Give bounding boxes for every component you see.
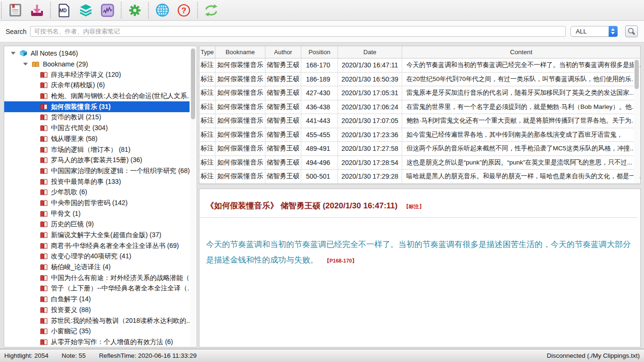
table-row[interactable]: 标注 如何假装懂音乐 储智勇王硕 168-170 2020/1/30 16:47… bbox=[199, 58, 640, 73]
table-row[interactable]: 标注 如何假装懂音乐 储智勇王硕 489-491 2020/1/30 17:27… bbox=[199, 142, 640, 156]
sidebar-item-bookname-group[interactable]: Bookname (29) bbox=[4, 59, 190, 70]
sidebar-book-item[interactable]: 改变心理学的40项研究 (41) bbox=[4, 251, 190, 262]
sidebar-scrollbar-thumb[interactable] bbox=[191, 49, 195, 119]
notes-document-button[interactable] bbox=[7, 2, 23, 18]
settings-button[interactable] bbox=[127, 2, 143, 18]
sidebar-book-item[interactable]: 如何假装懂音乐 (31) bbox=[4, 101, 190, 112]
sidebar-book-item[interactable]: 管子（上下册）--中华经典名著全本全注全译（... bbox=[4, 283, 190, 294]
sidebar-book-item[interactable]: 中国国家治理的制度逻辑：一个组织学研究 (68) bbox=[4, 166, 190, 177]
sidebar-book-item[interactable]: 投资中最简单的事 (133) bbox=[4, 176, 190, 187]
website-button[interactable] bbox=[154, 2, 170, 18]
status-bar: Hightlight: 2054 Note: 55 RefleshTime: 2… bbox=[0, 349, 644, 362]
column-header-type[interactable]: Type bbox=[199, 46, 215, 58]
book-list: 薛兆丰经济学讲义 (120) 庆余年(精校版) (6) bbox=[4, 69, 190, 347]
markdown-export-button[interactable]: MD bbox=[56, 2, 72, 18]
book-title: 从零开始学写作：个人增值的有效方法 (6) bbox=[51, 338, 173, 346]
sidebar-book-item[interactable]: 少年凯歌 (6) bbox=[4, 187, 190, 198]
book-icon bbox=[40, 82, 48, 89]
sync-refresh-icon bbox=[204, 4, 218, 17]
book-title: 投资中最简单的事 (133) bbox=[51, 178, 121, 186]
sidebar-scrollbar[interactable] bbox=[190, 47, 196, 346]
book-icon bbox=[40, 136, 48, 142]
disclosure-triangle-icon[interactable] bbox=[23, 63, 28, 66]
statistics-icon bbox=[101, 4, 114, 17]
table-row[interactable]: 标注 如何假装懂音乐 储智勇王硕 455-455 2020/1/30 17:23… bbox=[199, 128, 640, 142]
help-button[interactable]: ? bbox=[176, 2, 192, 18]
sidebar-book-item[interactable]: 小窗幽记 (35) bbox=[4, 326, 190, 337]
book-title: 货币的教训 (215) bbox=[51, 113, 101, 122]
sidebar-book-item[interactable]: 中国为什么有前途：对外经济关系的战略潜能（... bbox=[4, 272, 190, 283]
sidebar-book-item[interactable]: 枪炮、病菌与钢铁:人类社会的命运(世纪人文系... bbox=[4, 91, 190, 102]
note-detail-body-text: 今天的节奏蓝调和当初的节奏蓝调已经完全不一样了。当初的节奏蓝调有很多是描述困苦生… bbox=[206, 240, 631, 264]
sidebar-book-item[interactable]: 白鱼解字 (14) bbox=[4, 294, 190, 305]
globe-icon bbox=[156, 3, 169, 17]
cell-position: 168-170 bbox=[301, 58, 338, 72]
sidebar-book-item[interactable]: 中央帝国的哲学密码 (142) bbox=[4, 198, 190, 209]
table-row[interactable]: 标注 如何假装懂音乐 储智勇王硕 186-189 2020/1/30 16:50… bbox=[199, 73, 640, 87]
sidebar-book-item[interactable]: 庆余年(精校版) (6) bbox=[4, 80, 190, 91]
sidebar-book-item[interactable]: 薛兆丰经济学讲义 (120) bbox=[4, 69, 190, 80]
table-row[interactable]: 标注 如何假装懂音乐 储智勇王硕 427-430 2020/1/30 17:05… bbox=[199, 86, 640, 100]
column-header-date[interactable]: Date bbox=[338, 46, 402, 58]
cell-date: 2020/1/30 17:28:54 bbox=[338, 156, 402, 170]
sidebar-book-item[interactable]: 中国古代简史 (304) bbox=[4, 123, 190, 134]
refresh-button[interactable] bbox=[203, 2, 219, 18]
book-icon bbox=[40, 200, 48, 206]
book-icon bbox=[40, 232, 48, 239]
search-input[interactable] bbox=[30, 26, 566, 37]
import-download-button[interactable] bbox=[29, 2, 45, 18]
cell-position: 489-491 bbox=[301, 142, 338, 156]
table-scrollbar[interactable] bbox=[634, 59, 640, 183]
table-scrollbar-thumb[interactable] bbox=[635, 60, 639, 89]
cell-content: 今天的节奏蓝调和当初的节奏蓝调已经完全不一样了。当初的节奏蓝调有很多是描... bbox=[402, 58, 640, 72]
sidebar-book-item[interactable]: 投资要义 (88) bbox=[4, 305, 190, 316]
column-header-bookname[interactable]: Bookname bbox=[215, 46, 265, 58]
column-header-author[interactable]: Author bbox=[265, 46, 301, 58]
sidebar-book-item[interactable]: 商君书-中华经典名著全本全注全译丛书 (69) bbox=[4, 240, 190, 251]
cell-author: 储智勇王硕 bbox=[265, 114, 301, 128]
table-header: Type Bookname Author Position Date Conte… bbox=[199, 46, 640, 58]
sidebar-book-item[interactable]: 市场的逻辑（增订本） (81) bbox=[4, 144, 190, 155]
column-header-position[interactable]: Position bbox=[301, 46, 338, 58]
search-submit-button[interactable] bbox=[625, 25, 638, 37]
sidebar-book-item[interactable]: 甲骨文 (1) bbox=[4, 208, 190, 219]
settings-gear-icon bbox=[128, 4, 141, 17]
bookname-group-icon bbox=[32, 61, 40, 68]
all-notes-icon bbox=[19, 49, 27, 57]
layers-button[interactable] bbox=[78, 2, 94, 18]
table-row[interactable]: 标注 如何假装懂音乐 储智勇王硕 494-496 2020/1/30 17:28… bbox=[199, 156, 640, 170]
cell-type: 标注 bbox=[199, 128, 215, 142]
table-row[interactable]: 标注 如何假装懂音乐 储智勇王硕 436-438 2020/1/30 17:06… bbox=[199, 100, 640, 115]
cell-content: 这也是朋克之所以是“punk”的原因。“punk”在英文里是流氓阿飞的意思，只不… bbox=[402, 156, 640, 170]
sidebar-book-item[interactable]: 从零开始学写作：个人增值的有效方法 (6) bbox=[4, 337, 190, 347]
filter-select[interactable]: ALL bbox=[570, 26, 618, 37]
sidebar-book-item[interactable]: 罗马人的故事(套装共15册) (36) bbox=[4, 155, 190, 166]
book-title: 市场的逻辑（增订本） (81) bbox=[51, 146, 131, 154]
sidebar-book-item[interactable]: 货币的教训 (215) bbox=[4, 112, 190, 123]
cell-bookname: 如何假装懂音乐 bbox=[215, 114, 265, 128]
book-title: 管子（上下册）--中华经典名著全本全注全译（... bbox=[51, 284, 190, 293]
sidebar-book-item[interactable]: 新编说文解字大全集(超值白金版) (37) bbox=[4, 230, 190, 241]
statistics-button[interactable] bbox=[99, 2, 116, 18]
note-detail-title: 《如何假装懂音乐》 储智勇王硕 (2020/1/30 16:47:11) 【标注… bbox=[206, 200, 640, 211]
column-header-content[interactable]: Content bbox=[402, 46, 640, 58]
table-row[interactable]: 标注 如何假装懂音乐 储智勇王硕 441-443 2020/1/30 17:07… bbox=[199, 114, 640, 128]
table-row[interactable]: 标注 如何假装懂音乐 储智勇王硕 500-501 2020/1/30 17:29… bbox=[199, 170, 640, 184]
book-title: 投资要义 (88) bbox=[51, 306, 91, 314]
book-icon bbox=[40, 221, 48, 228]
book-icon bbox=[40, 114, 48, 121]
import-download-icon bbox=[30, 4, 44, 17]
cell-content: 在雷鬼的世界里，有一个名字是必须提到的，就是鲍勃·马利（Bob Marley）。… bbox=[402, 100, 640, 114]
magnifier-icon bbox=[627, 27, 636, 35]
cell-date: 2020/1/30 17:29:28 bbox=[338, 170, 402, 183]
disclosure-triangle-icon[interactable] bbox=[11, 52, 16, 55]
notes-table: Type Bookname Author Position Date Conte… bbox=[199, 46, 641, 184]
all-notes-label: All Notes (1946) bbox=[31, 49, 78, 57]
sidebar-book-item[interactable]: 钱从哪里来 (58) bbox=[4, 134, 190, 145]
cell-author: 储智勇王硕 bbox=[265, 156, 301, 170]
sidebar-book-item[interactable]: 苏世民:我的经验与教训（2018读桥水达利欧的... bbox=[4, 315, 190, 326]
sidebar-item-all-notes[interactable]: All Notes (1946) bbox=[4, 48, 190, 59]
cell-date: 2020/1/30 17:05:31 bbox=[338, 86, 402, 100]
sidebar-book-item[interactable]: 杨伯峻_论语译注 (4) bbox=[4, 262, 190, 273]
sidebar-book-item[interactable]: 历史的巨镜 (9) bbox=[4, 219, 190, 230]
